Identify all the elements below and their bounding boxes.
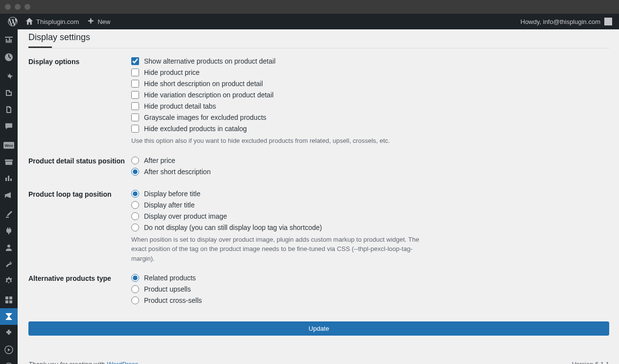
divider (28, 48, 609, 48)
sidebar-item-cpt[interactable] (0, 292, 18, 308)
loop-tag-radio-2[interactable] (131, 212, 139, 220)
detail-status-option-0: After price (131, 157, 609, 164)
new-content-menu[interactable]: New (83, 14, 114, 29)
updates-icon (4, 52, 14, 62)
admin-bar: Thisplugin.com New Howdy, info@thisplugi… (0, 14, 619, 29)
display-option-label-5[interactable]: Grayscale images for excluded products (144, 114, 266, 121)
wp-logo-menu[interactable] (4, 14, 22, 29)
brush-icon (4, 209, 14, 219)
site-name-label: Thisplugin.com (36, 18, 79, 25)
label-detail-status: Product detail status position (28, 157, 131, 179)
sidebar-item-plugins[interactable] (0, 223, 18, 239)
users-icon (4, 243, 14, 252)
loop-tag-radio-3[interactable] (131, 224, 139, 231)
sidebar-item-dashboard[interactable] (0, 32, 18, 49)
plugins-icon (4, 226, 14, 236)
loop-tag-option-3: Do not display (you can still display lo… (131, 224, 609, 231)
display-option-2: Hide short description on product detail (131, 80, 609, 88)
display-option-checkbox-2[interactable] (131, 80, 139, 88)
footer: Thank you for creating with WordPress. V… (28, 352, 609, 364)
display-option-4: Hide product detail tabs (131, 102, 609, 110)
sidebar-item-users[interactable] (0, 239, 18, 256)
admin-bar-account[interactable]: Howdy, info@thisplugin.com (521, 18, 615, 25)
sidebar-item-comments[interactable] (0, 118, 18, 135)
display-option-label-6[interactable]: Hide excluded products in catalog (144, 125, 247, 133)
label-display-options: Display options (28, 57, 131, 146)
traffic-light-min[interactable] (15, 4, 21, 10)
detail-status-label-0[interactable]: After price (144, 157, 175, 164)
sidebar-item-settings[interactable] (0, 273, 18, 289)
sidebar-item-marketing[interactable] (0, 187, 18, 204)
display-option-checkbox-5[interactable] (131, 114, 139, 121)
thisplugin-icon (4, 312, 14, 321)
sidebar-collapse[interactable] (0, 358, 18, 364)
sidebar-item-analytics[interactable] (0, 170, 18, 187)
display-option-label-4[interactable]: Hide product detail tabs (144, 102, 216, 110)
alt-products-option-1: Product upsells (131, 285, 609, 293)
pages-icon (4, 105, 14, 114)
display-option-checkbox-3[interactable] (131, 91, 139, 99)
alt-products-radio-1[interactable] (131, 285, 139, 293)
sidebar-item-video[interactable] (0, 341, 18, 358)
alt-products-option-0: Related products (131, 274, 609, 282)
alt-products-label-0[interactable]: Related products (144, 274, 196, 282)
loop-tag-label-0[interactable]: Display before title (144, 190, 200, 198)
sidebar-item-updates[interactable] (0, 49, 18, 66)
wordpress-link[interactable]: WordPress (107, 361, 138, 364)
pin-icon (4, 71, 14, 81)
display-option-0: Show alternative products on product det… (131, 57, 609, 65)
detail-status-label-1[interactable]: After short description (144, 168, 211, 176)
settings-icon (4, 276, 14, 286)
loop-tag-radio-1[interactable] (131, 201, 139, 209)
alt-products-option-2: Product cross-sells (131, 296, 609, 304)
display-option-label-3[interactable]: Hide variation description on product de… (144, 91, 274, 99)
alt-products-radio-2[interactable] (131, 296, 139, 304)
row-display-options: Display options Show alternative product… (28, 57, 609, 146)
loop-tag-radio-0[interactable] (131, 190, 139, 198)
sidebar-item-appearance[interactable] (0, 206, 18, 223)
sidebar-item-pages[interactable] (0, 101, 18, 118)
tools-icon (4, 259, 14, 269)
loop-tag-label-3[interactable]: Do not display (you can still display lo… (144, 224, 322, 231)
loop-tag-option-1: Display after title (131, 201, 609, 209)
alt-products-label-1[interactable]: Product upsells (144, 285, 191, 293)
traffic-light-close[interactable] (5, 4, 11, 10)
section-title: Display settings (28, 29, 609, 46)
play-icon (4, 345, 14, 355)
display-option-checkbox-0[interactable] (131, 57, 139, 65)
layout-icon (4, 295, 14, 305)
loop-tag-help: When position is set to display over pro… (131, 235, 420, 264)
sidebar-item-thisplugin[interactable] (0, 308, 18, 325)
alt-products-radio-0[interactable] (131, 274, 139, 282)
label-loop-tag: Product loop tag position (28, 190, 131, 264)
sidebar-item-extensions[interactable] (0, 325, 18, 341)
alt-products-label-2[interactable]: Product cross-sells (144, 296, 202, 304)
sidebar-item-posts[interactable] (0, 68, 18, 85)
new-label: New (97, 18, 110, 25)
detail-status-radio-0[interactable] (131, 157, 139, 164)
display-option-label-0[interactable]: Show alternative products on product det… (144, 57, 276, 65)
display-option-1: Hide product price (131, 68, 609, 76)
display-option-label-2[interactable]: Hide short description on product detail (144, 80, 263, 88)
update-button[interactable]: Update (28, 321, 609, 336)
sidebar-item-media[interactable] (0, 85, 18, 101)
site-name-menu[interactable]: Thisplugin.com (22, 14, 83, 29)
sidebar-item-woocommerce[interactable]: Woo (0, 137, 18, 154)
sidebar-item-products[interactable] (0, 154, 18, 170)
display-option-checkbox-4[interactable] (131, 102, 139, 110)
sidebar-item-tools[interactable] (0, 256, 18, 273)
howdy-label: Howdy, info@thisplugin.com (521, 18, 600, 25)
dashboard-icon (4, 36, 14, 46)
display-option-label-1[interactable]: Hide product price (144, 68, 200, 76)
detail-status-radio-1[interactable] (131, 168, 139, 176)
traffic-light-max[interactable] (24, 4, 30, 10)
footer-version: Version 6.1.1 (572, 361, 609, 364)
collapse-icon (4, 362, 14, 364)
display-option-6: Hide excluded products in catalog (131, 125, 609, 133)
row-detail-status: Product detail status position After pri… (28, 157, 609, 179)
loop-tag-option-2: Display over product image (131, 212, 609, 220)
display-option-checkbox-6[interactable] (131, 125, 139, 133)
loop-tag-label-1[interactable]: Display after title (144, 201, 194, 209)
loop-tag-label-2[interactable]: Display over product image (144, 212, 227, 220)
display-option-checkbox-1[interactable] (131, 68, 139, 76)
